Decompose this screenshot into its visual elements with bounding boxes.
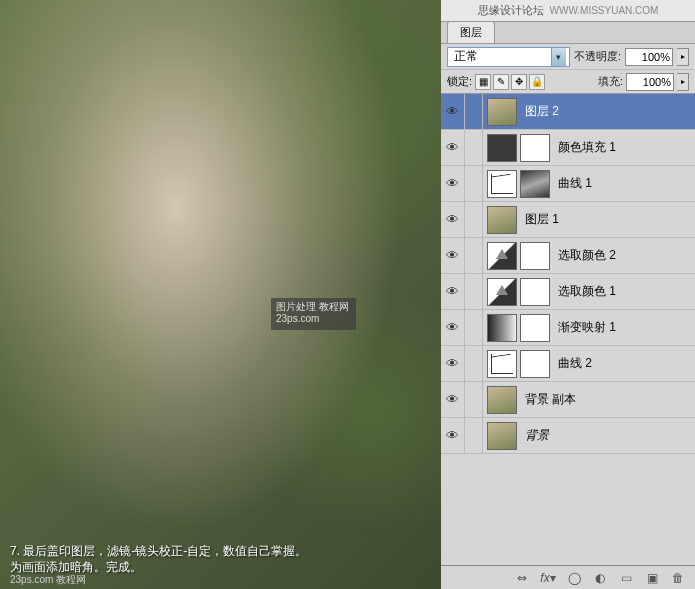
link-col: [465, 346, 483, 381]
subject-overlay: [0, 0, 441, 589]
layer-thumbnail[interactable]: [487, 98, 517, 126]
layer-thumbnail[interactable]: [487, 386, 517, 414]
layer-thumbnail[interactable]: [487, 278, 517, 306]
layer-name-label[interactable]: 颜色填充 1: [558, 139, 616, 156]
blend-mode-value: 正常: [454, 48, 478, 65]
visibility-toggle[interactable]: 👁: [441, 202, 465, 237]
new-layer-icon[interactable]: ▣: [643, 570, 661, 586]
link-col: [465, 382, 483, 417]
layer-thumbnail[interactable]: [487, 350, 517, 378]
lock-transparency-icon[interactable]: ▦: [475, 74, 491, 90]
layer-row[interactable]: 👁选取颜色 1: [441, 274, 695, 310]
layer-thumbnail[interactable]: [487, 422, 517, 450]
app-title-bar: 思缘设计论坛 WWW.MISSYUAN.COM: [441, 0, 695, 22]
lock-row: 锁定: ▦ ✎ ✥ 🔒 填充: 100% ▸: [441, 70, 695, 94]
eye-icon: 👁: [446, 392, 459, 407]
visibility-toggle[interactable]: 👁: [441, 274, 465, 309]
layer-row[interactable]: 👁图层 1: [441, 202, 695, 238]
layer-mask-thumbnail[interactable]: [520, 314, 550, 342]
layer-thumbnail[interactable]: [487, 206, 517, 234]
link-col: [465, 310, 483, 345]
lock-label: 锁定:: [447, 74, 472, 89]
layer-name-label[interactable]: 选取颜色 1: [558, 283, 616, 300]
layer-name-label[interactable]: 背景: [525, 427, 549, 444]
panel-tab-bar: 图层: [441, 22, 695, 44]
layer-name-label[interactable]: 背景 副本: [525, 391, 576, 408]
group-icon[interactable]: ▭: [617, 570, 635, 586]
tab-layers[interactable]: 图层: [447, 21, 495, 43]
layer-thumbnail[interactable]: [487, 314, 517, 342]
link-col: [465, 94, 483, 129]
caption-line1: 7. 最后盖印图层，滤镜-镜头校正-自定，数值自己掌握。: [10, 543, 307, 559]
layer-row[interactable]: 👁曲线 1: [441, 166, 695, 202]
eye-icon: 👁: [446, 320, 459, 335]
layer-row[interactable]: 👁渐变映射 1: [441, 310, 695, 346]
panel-bottom-bar: ⇔ fx▾ ◯ ◐ ▭ ▣ 🗑: [441, 565, 695, 589]
step-caption: 7. 最后盖印图层，滤镜-镜头校正-自定，数值自己掌握。 为画面添加暗角。完成。: [10, 543, 307, 575]
layer-mask-thumbnail[interactable]: [520, 278, 550, 306]
eye-icon: 👁: [446, 212, 459, 227]
visibility-toggle[interactable]: 👁: [441, 94, 465, 129]
layer-mask-thumbnail[interactable]: [520, 350, 550, 378]
link-col: [465, 166, 483, 201]
opacity-input[interactable]: 100%: [625, 48, 673, 66]
caption-url: 23ps.com 教程网: [10, 573, 86, 587]
layer-thumbnail[interactable]: [487, 242, 517, 270]
layer-name-label[interactable]: 选取颜色 2: [558, 247, 616, 264]
fill-input[interactable]: 100%: [626, 73, 674, 91]
layer-row[interactable]: 👁背景: [441, 418, 695, 454]
link-layers-icon[interactable]: ⇔: [513, 570, 531, 586]
opacity-stepper[interactable]: ▸: [677, 48, 689, 66]
visibility-toggle[interactable]: 👁: [441, 166, 465, 201]
blend-row: 正常 ▾ 不透明度: 100% ▸: [441, 44, 695, 70]
layer-row[interactable]: 👁图层 2: [441, 94, 695, 130]
fx-icon[interactable]: fx▾: [539, 570, 557, 586]
visibility-toggle[interactable]: 👁: [441, 238, 465, 273]
photo-preview: 图片处理 教程网 23ps.com 7. 最后盖印图层，滤镜-镜头校正-自定，数…: [0, 0, 441, 589]
chevron-down-icon: ▾: [551, 48, 566, 66]
layer-row[interactable]: 👁颜色填充 1: [441, 130, 695, 166]
link-col: [465, 418, 483, 453]
eye-icon: 👁: [446, 284, 459, 299]
mask-icon[interactable]: ◯: [565, 570, 583, 586]
layer-thumbnail[interactable]: [487, 134, 517, 162]
layer-name-label[interactable]: 渐变映射 1: [558, 319, 616, 336]
visibility-toggle[interactable]: 👁: [441, 130, 465, 165]
trash-icon[interactable]: 🗑: [669, 570, 687, 586]
layer-mask-thumbnail[interactable]: [520, 242, 550, 270]
layer-row[interactable]: 👁曲线 2: [441, 346, 695, 382]
layer-name-label[interactable]: 曲线 2: [558, 355, 592, 372]
watermark-line1: 图片处理 教程网: [276, 301, 351, 313]
layers-list[interactable]: 👁图层 2👁颜色填充 1👁曲线 1👁图层 1👁选取颜色 2👁选取颜色 1👁渐变映…: [441, 94, 695, 565]
app-name: 思缘设计论坛: [478, 3, 544, 18]
blend-mode-select[interactable]: 正常 ▾: [447, 47, 570, 67]
lock-all-icon[interactable]: 🔒: [529, 74, 545, 90]
layer-name-label[interactable]: 曲线 1: [558, 175, 592, 192]
layer-thumbnail[interactable]: [487, 170, 517, 198]
layers-panel: 思缘设计论坛 WWW.MISSYUAN.COM 图层 正常 ▾ 不透明度: 10…: [441, 0, 695, 589]
layer-mask-thumbnail[interactable]: [520, 170, 550, 198]
eye-icon: 👁: [446, 248, 459, 263]
link-col: [465, 238, 483, 273]
visibility-toggle[interactable]: 👁: [441, 418, 465, 453]
layer-row[interactable]: 👁选取颜色 2: [441, 238, 695, 274]
layer-name-label[interactable]: 图层 1: [525, 211, 559, 228]
adjustment-icon[interactable]: ◐: [591, 570, 609, 586]
lock-position-icon[interactable]: ✥: [511, 74, 527, 90]
lock-pixels-icon[interactable]: ✎: [493, 74, 509, 90]
lock-icons: ▦ ✎ ✥ 🔒: [475, 74, 545, 90]
watermark-line2: 23ps.com: [276, 313, 351, 325]
layer-row[interactable]: 👁背景 副本: [441, 382, 695, 418]
link-col: [465, 202, 483, 237]
visibility-toggle[interactable]: 👁: [441, 310, 465, 345]
layer-mask-thumbnail[interactable]: [520, 134, 550, 162]
visibility-toggle[interactable]: 👁: [441, 346, 465, 381]
layer-name-label[interactable]: 图层 2: [525, 103, 559, 120]
eye-icon: 👁: [446, 140, 459, 155]
link-col: [465, 130, 483, 165]
visibility-toggle[interactable]: 👁: [441, 382, 465, 417]
link-col: [465, 274, 483, 309]
fill-stepper[interactable]: ▸: [677, 73, 689, 91]
fill-label: 填充:: [598, 74, 623, 89]
eye-icon: 👁: [446, 356, 459, 371]
